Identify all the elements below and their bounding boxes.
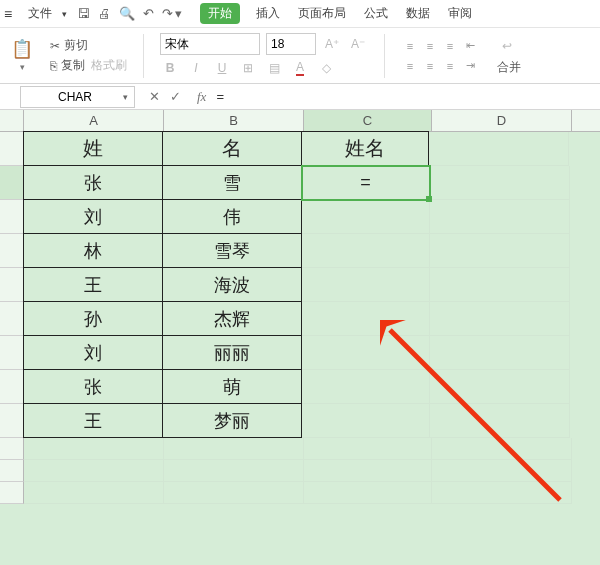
tab-data[interactable]: 数据: [404, 3, 432, 24]
cell-C3[interactable]: [302, 200, 430, 234]
bold-button[interactable]: B: [160, 58, 180, 78]
cell-A4[interactable]: 林: [23, 233, 163, 268]
cell-A12[interactable]: [24, 482, 164, 504]
qat-dropdown-icon[interactable]: ▾: [175, 6, 182, 21]
align-middle-icon[interactable]: ≡: [421, 37, 439, 55]
cell-D3[interactable]: [430, 200, 570, 234]
font-size-combo[interactable]: [266, 33, 316, 55]
cell-A5[interactable]: 王: [23, 267, 163, 302]
merge-button[interactable]: 合并: [497, 59, 521, 76]
cell-A3[interactable]: 刘: [23, 199, 163, 234]
row-header[interactable]: [0, 268, 24, 302]
cell-A8[interactable]: 张: [23, 369, 163, 404]
save-icon[interactable]: 🖫: [77, 6, 90, 21]
cell-B5[interactable]: 海波: [162, 267, 302, 302]
file-menu[interactable]: 文件: [22, 3, 58, 24]
align-left-icon[interactable]: ≡: [401, 57, 419, 75]
formula-input[interactable]: =: [216, 89, 600, 104]
name-box-dropdown-icon[interactable]: ▾: [123, 92, 128, 102]
indent-right-icon[interactable]: ⇥: [461, 57, 479, 75]
col-header-C[interactable]: C: [304, 110, 432, 131]
align-bottom-icon[interactable]: ≡: [441, 37, 459, 55]
cell-D5[interactable]: [430, 268, 570, 302]
cell-D4[interactable]: [430, 234, 570, 268]
font-name-combo[interactable]: [160, 33, 260, 55]
border-button[interactable]: ⊞: [238, 58, 258, 78]
row-header[interactable]: [0, 336, 24, 370]
cell-C5[interactable]: [302, 268, 430, 302]
row-header[interactable]: [0, 302, 24, 336]
cut-button[interactable]: ✂ 剪切: [50, 37, 127, 54]
cell-C12[interactable]: [304, 482, 432, 504]
cell-D12[interactable]: [432, 482, 572, 504]
file-dropdown-icon[interactable]: ▾: [62, 9, 67, 19]
cell-A6[interactable]: 孙: [23, 301, 163, 336]
cell-C8[interactable]: [302, 370, 430, 404]
decrease-font-icon[interactable]: A⁻: [348, 34, 368, 54]
highlight-button[interactable]: ◇: [316, 58, 336, 78]
cell-C1[interactable]: 姓名: [301, 131, 429, 166]
cell-D11[interactable]: [432, 460, 572, 482]
cell-C11[interactable]: [304, 460, 432, 482]
cell-D2[interactable]: [430, 166, 570, 200]
paste-dropdown-icon[interactable]: ▾: [12, 62, 32, 72]
cell-B7[interactable]: 丽丽: [162, 335, 302, 370]
print-icon[interactable]: 🖨: [98, 6, 111, 21]
col-header-A[interactable]: A: [24, 110, 164, 131]
undo-icon[interactable]: ↶: [143, 6, 154, 21]
cell-D7[interactable]: [430, 336, 570, 370]
cell-C6[interactable]: [302, 302, 430, 336]
cell-B4[interactable]: 雪琴: [162, 233, 302, 268]
cell-A7[interactable]: 刘: [23, 335, 163, 370]
cell-D10[interactable]: [432, 438, 572, 460]
name-box[interactable]: CHAR ▾: [20, 86, 135, 108]
row-header[interactable]: [0, 404, 24, 438]
menu-icon[interactable]: ≡: [4, 6, 12, 22]
cell-A2[interactable]: 张: [23, 165, 163, 200]
tab-review[interactable]: 审阅: [446, 3, 474, 24]
select-all-corner[interactable]: [0, 110, 24, 131]
row-header[interactable]: [0, 132, 24, 166]
cell-B6[interactable]: 杰辉: [162, 301, 302, 336]
cell-D1[interactable]: [429, 132, 569, 166]
cell-A1[interactable]: 姓: [23, 131, 163, 166]
cell-B11[interactable]: [164, 460, 304, 482]
cell-C9[interactable]: [302, 404, 430, 438]
row-header[interactable]: [0, 200, 24, 234]
underline-button[interactable]: U: [212, 58, 232, 78]
cell-A9[interactable]: 王: [23, 403, 163, 438]
cell-C10[interactable]: [304, 438, 432, 460]
cell-D8[interactable]: [430, 370, 570, 404]
align-center-icon[interactable]: ≡: [421, 57, 439, 75]
cell-B9[interactable]: 梦丽: [162, 403, 302, 438]
tab-formula[interactable]: 公式: [362, 3, 390, 24]
accept-formula-icon[interactable]: ✓: [170, 89, 181, 104]
row-header[interactable]: [0, 370, 24, 404]
paste-icon[interactable]: 📋: [12, 39, 32, 59]
cell-B12[interactable]: [164, 482, 304, 504]
fill-color-button[interactable]: ▤: [264, 58, 284, 78]
cell-B8[interactable]: 萌: [162, 369, 302, 404]
cancel-formula-icon[interactable]: ✕: [149, 89, 160, 104]
increase-font-icon[interactable]: A⁺: [322, 34, 342, 54]
cell-B1[interactable]: 名: [162, 131, 302, 166]
tab-start[interactable]: 开始: [200, 3, 240, 24]
row-header[interactable]: [0, 482, 24, 504]
cell-C2[interactable]: =: [302, 166, 430, 200]
preview-icon[interactable]: 🔍: [119, 6, 135, 21]
font-color-button[interactable]: A: [290, 58, 310, 78]
col-header-B[interactable]: B: [164, 110, 304, 131]
italic-button[interactable]: I: [186, 58, 206, 78]
tab-insert[interactable]: 插入: [254, 3, 282, 24]
cell-B2[interactable]: 雪: [162, 165, 302, 200]
cell-A10[interactable]: [24, 438, 164, 460]
format-painter-button[interactable]: 格式刷: [91, 57, 127, 74]
row-header[interactable]: [0, 460, 24, 482]
copy-button[interactable]: ⎘ 复制: [50, 57, 85, 74]
col-header-D[interactable]: D: [432, 110, 572, 131]
cell-C4[interactable]: [302, 234, 430, 268]
cell-D6[interactable]: [430, 302, 570, 336]
cell-D9[interactable]: [430, 404, 570, 438]
row-header[interactable]: [0, 438, 24, 460]
cell-B10[interactable]: [164, 438, 304, 460]
